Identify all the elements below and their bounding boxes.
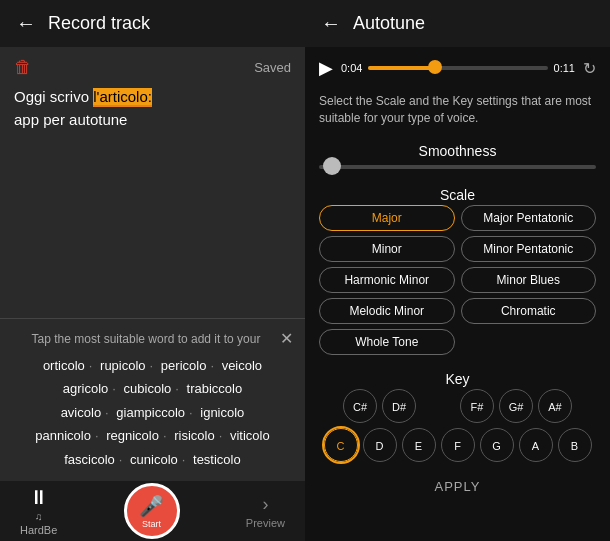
right-body: ▶ 0:04 0:11 ↻ Select the Scale and the K… (305, 47, 610, 541)
record-label: Start (142, 519, 161, 529)
left-content-area: 🗑 Saved Oggi scrivo l'articolo: app per … (0, 47, 305, 481)
note-topbar: 🗑 Saved (14, 57, 291, 78)
audio-track: 0:04 0:11 (341, 62, 575, 74)
note-body: Oggi scrivo l'articolo: app per autotune (14, 86, 291, 131)
list-item[interactable]: testicolo (193, 452, 241, 467)
left-header: ← Record track (0, 0, 305, 47)
right-panel-title: Autotune (353, 13, 425, 34)
play-button[interactable]: ▶ (319, 57, 333, 79)
microphone-icon: 🎤 (139, 494, 164, 518)
apply-button[interactable]: APPLY (319, 479, 596, 500)
music-note-icon: ♫ (35, 511, 43, 522)
scale-left-col: Major Minor Harmonic Minor Melodic Minor… (319, 205, 455, 355)
right-header: ← Autotune (305, 0, 610, 47)
key-gsharp-button[interactable]: G# (499, 389, 533, 423)
right-panel: ← Autotune ▶ 0:04 0:11 ↻ Select the Scal… (305, 0, 610, 541)
refresh-icon[interactable]: ↻ (583, 59, 596, 78)
list-item[interactable]: fascicolo (64, 452, 115, 467)
back-arrow-right[interactable]: ← (321, 12, 341, 35)
scale-right-col: Major Pentatonic Minor Pentatonic Minor … (461, 205, 597, 355)
list-item[interactable]: ignicolo (200, 405, 244, 420)
scale-harmonic-minor-button[interactable]: Harmonic Minor (319, 267, 455, 293)
scale-major-button[interactable]: Major (319, 205, 455, 231)
key-csharp-button[interactable]: C# (343, 389, 377, 423)
list-item[interactable]: viticolo (230, 428, 270, 443)
key-naturals-row: C D E F G A B (319, 428, 596, 462)
smoothness-thumb[interactable] (323, 157, 341, 175)
left-bottom-bar: ⏸ ♫ HardBe 🎤 Start › Preview (0, 481, 305, 541)
list-item[interactable]: risicolo (174, 428, 214, 443)
autocomplete-hint: Tap the most suitable word to add it to … (12, 332, 280, 346)
autocomplete-header: Tap the most suitable word to add it to … (12, 329, 293, 348)
key-fsharp-button[interactable]: F# (460, 389, 494, 423)
key-dsharp-button[interactable]: D# (382, 389, 416, 423)
audio-player: ▶ 0:04 0:11 ↻ (319, 57, 596, 79)
close-autocomplete-button[interactable]: ✕ (280, 329, 293, 348)
track-thumb[interactable] (428, 60, 442, 74)
music-label: HardBe (20, 524, 57, 536)
note-text-before: Oggi scrivo (14, 88, 93, 105)
key-c-button[interactable]: C (324, 428, 358, 462)
key-b-button[interactable]: B (558, 428, 592, 462)
scale-major-pentatonic-button[interactable]: Major Pentatonic (461, 205, 597, 231)
record-button[interactable]: 🎤 Start (124, 483, 180, 539)
preview-chevron-icon[interactable]: › (262, 494, 268, 515)
list-item[interactable]: agricolo (63, 381, 109, 396)
key-spacer (421, 389, 455, 423)
preview-area: › Preview (246, 494, 285, 529)
left-panel-title: Record track (48, 13, 150, 34)
time-start: 0:04 (341, 62, 362, 74)
scale-minor-blues-button[interactable]: Minor Blues (461, 267, 597, 293)
note-highlighted-word: l'articolo: (93, 88, 152, 107)
list-item[interactable]: orticolo (43, 358, 85, 373)
scale-minor-button[interactable]: Minor (319, 236, 455, 262)
list-item[interactable]: trabiccolo (187, 381, 243, 396)
saved-label: Saved (254, 60, 291, 75)
scale-label: Scale (319, 187, 596, 203)
select-instructions: Select the Scale and the Key settings th… (319, 93, 596, 127)
smoothness-label: Smoothness (319, 143, 596, 159)
smoothness-section: Smoothness (319, 139, 596, 169)
list-item[interactable]: pannicolo (35, 428, 91, 443)
key-asharp-button[interactable]: A# (538, 389, 572, 423)
list-item[interactable]: avicolo (61, 405, 101, 420)
time-end: 0:11 (554, 62, 575, 74)
note-text-after: app per autotune (14, 111, 127, 128)
key-label: Key (319, 371, 596, 387)
left-panel: ← Record track 🗑 Saved Oggi scrivo l'art… (0, 0, 305, 541)
scale-chromatic-button[interactable]: Chromatic (461, 298, 597, 324)
preview-label: Preview (246, 517, 285, 529)
scale-melodic-minor-button[interactable]: Melodic Minor (319, 298, 455, 324)
track-bar[interactable] (368, 66, 547, 70)
list-item[interactable]: veicolo (222, 358, 262, 373)
key-section: Key C# D# F# G# A# C D E F G A B (319, 367, 596, 467)
list-item[interactable]: cunicolo (130, 452, 178, 467)
list-item[interactable]: giampiccolo (116, 405, 185, 420)
autocomplete-popup: Tap the most suitable word to add it to … (0, 318, 305, 481)
back-arrow-left[interactable]: ← (16, 12, 36, 35)
list-item[interactable]: pericolo (161, 358, 207, 373)
key-g-button[interactable]: G (480, 428, 514, 462)
list-item[interactable]: regnicolo (106, 428, 159, 443)
scale-minor-pentatonic-button[interactable]: Minor Pentatonic (461, 236, 597, 262)
pause-button[interactable]: ⏸ (29, 486, 49, 509)
list-item[interactable]: cubicolo (124, 381, 172, 396)
key-f-button[interactable]: F (441, 428, 475, 462)
trash-icon[interactable]: 🗑 (14, 57, 32, 78)
key-a-button[interactable]: A (519, 428, 553, 462)
scale-section: Scale Major Minor Harmonic Minor Melodic… (319, 183, 596, 355)
music-label-area: ⏸ ♫ HardBe (20, 486, 57, 536)
smoothness-slider[interactable] (319, 165, 596, 169)
key-d-button[interactable]: D (363, 428, 397, 462)
list-item[interactable]: rupicolo (100, 358, 146, 373)
key-e-button[interactable]: E (402, 428, 436, 462)
scale-grid: Major Minor Harmonic Minor Melodic Minor… (319, 205, 596, 355)
word-suggestions: orticolo· rupicolo· pericolo· veicolo ag… (12, 354, 293, 471)
track-fill (368, 66, 434, 70)
scale-whole-tone-button[interactable]: Whole Tone (319, 329, 455, 355)
key-sharps-row: C# D# F# G# A# (319, 389, 596, 423)
